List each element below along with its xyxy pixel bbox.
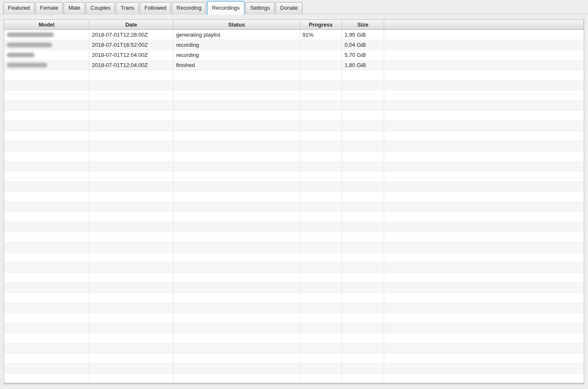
- cell-status: recording: [174, 50, 300, 60]
- column-header-size[interactable]: Size: [342, 20, 384, 30]
- cell-empty: [384, 91, 584, 100]
- cell-empty: [4, 202, 89, 212]
- cell-empty: [342, 364, 384, 373]
- cell-empty: [174, 91, 300, 100]
- cell-empty: [342, 222, 384, 232]
- cell-date: 2018-07-01T12:04:00Z: [89, 50, 174, 60]
- cell-empty: [89, 232, 174, 242]
- cell-empty: [384, 232, 584, 242]
- cell-empty: [4, 222, 89, 232]
- cell-empty: [342, 111, 384, 121]
- tab-male[interactable]: Male: [64, 2, 85, 14]
- cell-empty: [4, 141, 89, 151]
- cell-status: generating playlist: [174, 30, 300, 40]
- cell-empty: [4, 161, 89, 171]
- cell-empty: [4, 364, 89, 373]
- cell-empty: [174, 263, 300, 272]
- tab-featured[interactable]: Featured: [3, 2, 35, 14]
- cell-empty: [89, 343, 174, 353]
- table-row[interactable]: 2018-07-01T12:04:00Zrecording5,70 GiB: [4, 50, 584, 60]
- cell-empty: [174, 364, 300, 373]
- model-name-redacted: [7, 32, 54, 37]
- cell-empty: [4, 91, 89, 100]
- table-row[interactable]: 2018-07-01T12:28:00Zgenerating playlist9…: [4, 30, 584, 40]
- cell-empty: [174, 192, 300, 201]
- table-row-empty: [4, 80, 584, 91]
- cell-empty: [300, 80, 342, 90]
- cell-empty: [342, 202, 384, 212]
- table-row-empty: [4, 161, 584, 172]
- cell-empty: [174, 131, 300, 141]
- cell-empty: [174, 232, 300, 242]
- cell-empty: [300, 242, 342, 252]
- cell-model: [4, 30, 89, 40]
- cell-empty: [4, 151, 89, 161]
- cell-empty: [89, 111, 174, 121]
- cell-empty: [89, 172, 174, 181]
- tab-trans[interactable]: Trans: [116, 2, 139, 14]
- cell-empty: [89, 192, 174, 201]
- cell-empty: [89, 80, 174, 90]
- cell-empty: [300, 202, 342, 212]
- tab-settings[interactable]: Settings: [246, 2, 275, 14]
- tab-followed[interactable]: Followed: [140, 2, 171, 14]
- cell-empty: [174, 343, 300, 353]
- cell-empty: [384, 242, 584, 252]
- cell-size: 1,80 GiB: [342, 60, 384, 70]
- tab-female[interactable]: Female: [35, 2, 63, 14]
- column-header-date[interactable]: Date: [89, 20, 174, 30]
- cell-empty: [4, 333, 89, 343]
- cell-empty: [342, 101, 384, 110]
- tab-recording[interactable]: Recording: [172, 2, 206, 14]
- cell-empty: [384, 323, 584, 333]
- column-header-status[interactable]: Status: [174, 20, 300, 30]
- tab-donate[interactable]: Donate: [275, 2, 302, 14]
- cell-empty: [174, 303, 300, 313]
- table-body: 2018-07-01T12:28:00Zgenerating playlist9…: [4, 30, 584, 384]
- tab-couples[interactable]: Couples: [86, 2, 115, 14]
- cell-empty: [4, 70, 89, 80]
- table-row-empty: [4, 364, 584, 374]
- cell-empty: [4, 273, 89, 282]
- cell-empty: [300, 273, 342, 282]
- cell-empty: [174, 242, 300, 252]
- cell-empty: [174, 333, 300, 343]
- cell-empty: [174, 313, 300, 323]
- cell-empty: [384, 151, 584, 161]
- tab-recordings[interactable]: Recordings: [207, 1, 245, 15]
- table-row[interactable]: 2018-07-01T12:04:00Zfinished1,80 GiB: [4, 60, 584, 70]
- cell-empty: [384, 212, 584, 222]
- cell-empty: [300, 192, 342, 201]
- cell-empty: [384, 343, 584, 353]
- cell-empty: [174, 161, 300, 171]
- cell-empty: [300, 121, 342, 131]
- column-header-progress[interactable]: Progress: [300, 20, 342, 30]
- cell-empty: [384, 273, 584, 282]
- table-row-empty: [4, 121, 584, 131]
- cell-empty: [384, 121, 584, 131]
- tab-bar: FeaturedFemaleMaleCouplesTransFollowedRe…: [0, 0, 588, 14]
- cell-empty: [342, 80, 384, 90]
- cell-empty: [384, 354, 584, 363]
- table-header-row: ModelDateStatusProgressSize: [4, 20, 584, 30]
- cell-empty: [342, 91, 384, 100]
- cell-empty: [174, 80, 300, 90]
- table-row[interactable]: 2018-07-01T16:52:00Zrecording0,04 GiB: [4, 40, 584, 50]
- cell-empty: [4, 293, 89, 303]
- cell-empty: [300, 313, 342, 323]
- cell-empty: [89, 263, 174, 272]
- table-row-empty: [4, 273, 584, 283]
- cell-empty: [342, 172, 384, 181]
- cell-empty: [342, 303, 384, 313]
- cell-empty: [89, 374, 174, 384]
- cell-empty: [89, 182, 174, 191]
- cell-empty: [4, 232, 89, 242]
- table-row-empty: [4, 151, 584, 161]
- cell-empty: [384, 263, 584, 272]
- cell-empty: [89, 101, 174, 110]
- column-header-model[interactable]: Model: [4, 20, 89, 30]
- cell-empty: [174, 252, 300, 262]
- cell-empty: [342, 242, 384, 252]
- cell-empty: [384, 101, 584, 110]
- cell-empty: [342, 232, 384, 242]
